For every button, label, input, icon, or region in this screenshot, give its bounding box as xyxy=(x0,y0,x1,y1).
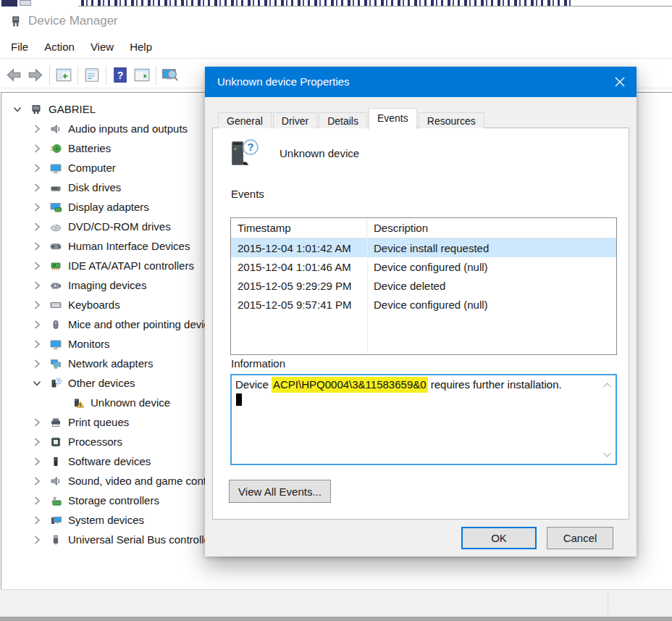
tree-item-label: Unknown device xyxy=(91,396,170,409)
printer-icon xyxy=(49,416,62,428)
controller-card-icon xyxy=(49,259,62,272)
chevron-right-icon[interactable] xyxy=(31,241,43,252)
gamepad-icon xyxy=(49,240,62,252)
tree-item-label: Human Interface Devices xyxy=(68,240,190,252)
tree-item-label: Display adapters xyxy=(68,201,149,213)
highlighted-device-id: ACPI\HPQ0004\3&11583659&0 xyxy=(272,377,428,393)
view-all-events-button[interactable]: View All Events... xyxy=(229,480,331,503)
chevron-right-icon[interactable] xyxy=(31,436,43,448)
toolbar-separator xyxy=(49,66,50,85)
chevron-right-icon[interactable] xyxy=(31,319,43,330)
device-name: Unknown device xyxy=(280,147,359,159)
tab-general[interactable]: General xyxy=(218,112,272,128)
device-manager-app-icon xyxy=(9,15,22,28)
chevron-right-icon[interactable] xyxy=(31,201,43,213)
event-description: Device install requested xyxy=(367,242,616,254)
chevron-right-icon[interactable] xyxy=(31,182,43,193)
tab-driver[interactable]: Driver xyxy=(273,112,317,128)
chevron-right-icon[interactable] xyxy=(31,456,43,467)
chevron-right-icon[interactable] xyxy=(31,417,43,428)
scan-hardware-icon[interactable] xyxy=(159,65,181,86)
event-row[interactable]: 2015-12-05 9:57:41 PMDevice configured (… xyxy=(231,295,616,314)
ok-button[interactable]: OK xyxy=(461,527,537,549)
event-description: Device deleted xyxy=(367,280,616,292)
chevron-right-icon[interactable] xyxy=(31,299,43,311)
properties-icon[interactable] xyxy=(81,65,103,86)
scroll-down-icon[interactable] xyxy=(601,449,613,459)
event-timestamp: 2015-12-04 1:01:46 AM xyxy=(231,261,367,273)
toolbar-separator xyxy=(77,66,78,85)
background-window-fragment xyxy=(20,0,31,6)
window-edge-line xyxy=(78,6,672,7)
chevron-right-icon[interactable] xyxy=(31,162,43,174)
events-table: Timestamp Description 2015-12-04 1:01:42… xyxy=(230,217,617,355)
chevron-right-icon[interactable] xyxy=(31,221,43,233)
tab-resources[interactable]: Resources xyxy=(419,112,484,128)
chevron-right-icon[interactable] xyxy=(31,123,43,135)
dialog-titlebar[interactable]: Unknown device Properties xyxy=(205,67,637,97)
close-button[interactable] xyxy=(603,67,637,97)
chevron-right-icon[interactable] xyxy=(31,280,43,291)
menu-help[interactable]: Help xyxy=(122,38,160,56)
speaker-icon xyxy=(49,122,62,135)
chevron-right-icon[interactable] xyxy=(31,143,43,154)
monitor-icon xyxy=(49,162,62,174)
menu-file[interactable]: File xyxy=(3,38,36,56)
window-title: Device Manager xyxy=(28,14,118,28)
event-row[interactable]: 2015-12-04 1:01:46 AMDevice configured (… xyxy=(231,257,616,276)
chevron-right-icon[interactable] xyxy=(31,514,43,526)
chevron-right-icon[interactable] xyxy=(31,475,43,487)
disc-icon xyxy=(49,220,62,233)
dialog-title: Unknown device Properties xyxy=(217,75,350,88)
scroll-up-icon[interactable] xyxy=(601,380,613,390)
event-description: Device configured (null) xyxy=(367,261,616,273)
chevron-right-icon[interactable] xyxy=(31,534,43,546)
menu-action[interactable]: Action xyxy=(36,38,83,56)
tree-item-label: Universal Serial Bus controllers xyxy=(68,533,219,546)
storage-icon xyxy=(49,494,62,507)
column-header-description[interactable]: Description xyxy=(367,218,616,238)
events-rows: 2015-12-04 1:01:42 AMDevice install requ… xyxy=(231,238,616,314)
cancel-button[interactable]: Cancel xyxy=(547,527,613,549)
svg-text:?: ? xyxy=(56,378,59,383)
disk-drive-icon xyxy=(49,181,62,193)
help-icon[interactable]: ? xyxy=(109,65,131,86)
background-window-icon xyxy=(1,0,17,7)
tree-item-label: IDE ATA/ATAPI controllers xyxy=(68,259,194,272)
tree-item-label: GABRIEL xyxy=(49,103,96,115)
software-device-icon xyxy=(49,455,62,467)
chevron-right-icon[interactable] xyxy=(31,358,43,370)
tree-item-label: Monitors xyxy=(68,338,110,350)
chevron-right-icon[interactable] xyxy=(31,338,43,350)
event-row[interactable]: 2015-12-04 1:01:42 AMDevice install requ… xyxy=(231,238,616,257)
tab-details[interactable]: Details xyxy=(319,112,367,128)
forward-arrow-icon[interactable] xyxy=(25,65,46,86)
tree-item-label: Mice and other pointing devices xyxy=(68,318,221,330)
battery-icon xyxy=(49,142,62,154)
event-row[interactable]: 2015-12-05 9:29:29 PMDevice deleted xyxy=(231,276,616,295)
back-arrow-icon[interactable] xyxy=(3,65,25,86)
chevron-down-icon[interactable] xyxy=(12,104,23,115)
system-device-icon xyxy=(49,514,62,526)
text-caret xyxy=(236,393,242,406)
column-header-timestamp[interactable]: Timestamp xyxy=(231,218,367,238)
chevron-right-icon[interactable] xyxy=(31,260,43,272)
device-header: ? Unknown device xyxy=(229,138,359,169)
events-label: Events xyxy=(231,188,264,200)
tab-events[interactable]: Events xyxy=(369,108,417,129)
svg-text:?: ? xyxy=(247,141,253,153)
event-timestamp: 2015-12-05 9:57:41 PM xyxy=(231,299,367,311)
chevron-right-icon[interactable] xyxy=(31,495,43,507)
information-textbox[interactable]: Device ACPI\HPQ0004\3&11583659&0 require… xyxy=(230,374,617,465)
console-tree-icon[interactable] xyxy=(53,65,75,86)
chevron-down-icon[interactable] xyxy=(31,378,43,389)
device-question-icon: ? xyxy=(49,377,62,389)
show-action-pane-icon[interactable] xyxy=(131,65,153,86)
menu-view[interactable]: View xyxy=(83,38,122,56)
toolbar-separator xyxy=(156,66,156,85)
tree-item-label: Computer xyxy=(68,162,116,174)
svg-text:?: ? xyxy=(117,70,124,81)
tree-item-label: Processors xyxy=(68,435,122,448)
event-timestamp: 2015-12-05 9:29:29 PM xyxy=(231,280,367,292)
clipped-title-text xyxy=(81,0,572,6)
